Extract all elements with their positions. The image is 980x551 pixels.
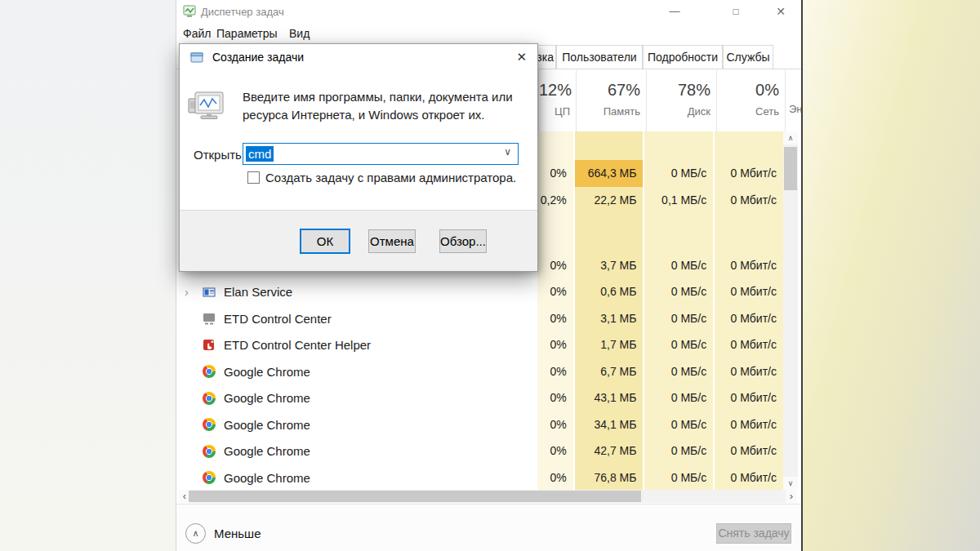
process-name: ETD Control Center Helper	[224, 338, 371, 352]
dialog-title-bar: Создание задачи ✕	[180, 44, 537, 70]
process-name-cell: Google Chrome	[176, 438, 537, 464]
process-name: Google Chrome	[224, 418, 310, 432]
fewer-details-toggle[interactable]: ∧ Меньше	[185, 523, 261, 544]
end-task-button[interactable]: Снять задачу	[716, 523, 791, 544]
cell-net: 0 Мбит/с	[715, 384, 783, 411]
cell-net: 0 Мбит/с	[715, 411, 783, 438]
cell-cpu	[537, 131, 575, 160]
dialog-description: Введите имя программы, папки, документа …	[243, 88, 524, 124]
horizontal-scrollbar[interactable]: ‹ ›	[179, 490, 797, 503]
vertical-scrollbar[interactable]: ∧ ∨	[783, 131, 798, 490]
scroll-right-arrow-icon[interactable]: ›	[786, 490, 797, 503]
cpu-label: ЦП	[539, 105, 570, 118]
process-name-cell: ETD Control Center Helper	[176, 331, 537, 358]
table-row[interactable]: Google Chrome0%43,1 МБ0 МБ/с0 Мбит/с	[176, 384, 783, 411]
open-combobox[interactable]: cmd ∨	[243, 143, 519, 165]
title-bar: Диспетчер задач — □ ✕	[176, 0, 801, 23]
cell-cpu: 0%	[537, 358, 575, 384]
cell-mem: 664,3 МБ	[575, 160, 645, 187]
cell-net	[715, 131, 783, 160]
cell-cpu: 0%	[537, 305, 575, 331]
column-header-disk[interactable]: 78% Диск	[646, 70, 716, 131]
network-total-percent: 0%	[717, 81, 779, 100]
cell-disk	[644, 131, 715, 160]
minimize-button[interactable]: —	[664, 2, 685, 21]
process-name: Elan Service	[224, 285, 292, 299]
column-header-energy-clipped[interactable]: Эн	[785, 70, 801, 131]
elan-service-icon	[203, 286, 216, 299]
ok-button[interactable]: ОК	[300, 229, 350, 254]
run-program-monitor-icon	[187, 91, 226, 127]
maximize-button[interactable]: □	[725, 2, 746, 21]
open-field-value-selected[interactable]: cmd	[246, 146, 274, 162]
cell-mem	[575, 131, 645, 160]
open-field-label: Открыть:	[194, 148, 245, 162]
column-header-network[interactable]: 0% Сеть	[716, 70, 785, 131]
window-title: Диспетчер задач	[201, 6, 284, 18]
combo-chevron-down-icon[interactable]: ∨	[504, 146, 511, 158]
network-label: Сеть	[717, 105, 779, 118]
cell-net: 0 Мбит/с	[715, 252, 783, 278]
cell-cpu: 0,2%	[537, 187, 575, 214]
expand-chevron-icon[interactable]: ›	[185, 286, 198, 298]
memory-total-percent: 67%	[577, 81, 640, 100]
menu-view[interactable]: Вид	[289, 27, 310, 40]
vertical-scrollbar-thumb[interactable]	[784, 147, 797, 190]
scroll-down-arrow-icon[interactable]: ∨	[783, 477, 798, 490]
cell-net: 0 Мбит/с	[715, 438, 783, 464]
tab-users[interactable]: Пользователи	[556, 45, 643, 69]
cell-mem: 34,1 МБ	[575, 411, 645, 438]
cell-disk	[644, 214, 715, 252]
background-right	[802, 0, 980, 551]
tab-details[interactable]: Подробности	[643, 45, 723, 69]
process-name: Google Chrome	[224, 391, 310, 405]
chrome-icon	[203, 392, 216, 405]
cell-net: 0 Мбит/с	[715, 160, 783, 187]
tab-services[interactable]: Службы	[723, 45, 773, 69]
table-row[interactable]: Google Chrome0%42,7 МБ0 МБ/с0 Мбит/с	[176, 438, 783, 464]
column-header-memory[interactable]: 67% Память	[576, 70, 646, 131]
table-row[interactable]: Google Chrome0%34,1 МБ0 МБ/с0 Мбит/с	[176, 411, 783, 438]
chrome-icon	[203, 418, 216, 431]
cell-mem: 3,1 МБ	[575, 305, 645, 331]
cell-mem: 6,7 МБ	[575, 358, 645, 384]
cell-net	[715, 214, 783, 252]
table-row[interactable]: ETD Control Center0%3,1 МБ0 МБ/с0 Мбит/с	[176, 305, 783, 331]
menu-bar: Файл Параметры Вид	[176, 23, 801, 44]
process-name: ETD Control Center	[224, 312, 332, 326]
screenshot-stage: Диспетчер задач — □ ✕ Файл Параметры Вид…	[0, 0, 980, 551]
chrome-icon	[203, 471, 216, 484]
app-window-icon	[190, 51, 204, 64]
cell-cpu: 0%	[537, 464, 575, 490]
admin-rights-label: Создать задачу с правами администратора.	[265, 171, 516, 184]
process-name: Google Chrome	[224, 444, 310, 458]
cell-disk: 0 МБ/с	[644, 252, 715, 278]
cell-mem: 22,2 МБ	[575, 187, 645, 214]
cell-disk: 0 МБ/с	[644, 160, 715, 187]
browse-button[interactable]: Обзор...	[439, 229, 487, 253]
scroll-up-arrow-icon[interactable]: ∧	[783, 131, 798, 144]
table-row[interactable]: Google Chrome0%6,7 МБ0 МБ/с0 Мбит/с	[176, 358, 783, 384]
table-row[interactable]: ›Elan Service0%0,6 МБ0 МБ/с0 Мбит/с	[176, 278, 783, 305]
touch-helper-icon	[203, 339, 216, 352]
dialog-close-icon[interactable]: ✕	[516, 50, 527, 64]
cancel-button[interactable]: Отмена	[368, 229, 416, 253]
process-name-cell: Google Chrome	[176, 464, 537, 490]
table-row[interactable]: Google Chrome0%76,8 МБ0 МБ/с0 Мбит/с	[176, 464, 783, 490]
table-row[interactable]: ETD Control Center Helper0%1,7 МБ0 МБ/с0…	[176, 331, 783, 358]
cell-cpu: 0%	[537, 160, 575, 187]
cell-net: 0 Мбит/с	[715, 464, 783, 490]
cell-cpu: 0%	[537, 384, 575, 411]
column-header-cpu[interactable]: 12% ЦП	[538, 70, 576, 131]
cell-disk: 0 МБ/с	[644, 358, 715, 384]
cell-net: 0 Мбит/с	[715, 305, 783, 331]
menu-options[interactable]: Параметры	[216, 27, 278, 40]
horizontal-scrollbar-thumb[interactable]	[189, 491, 641, 502]
cell-net: 0 Мбит/с	[715, 187, 783, 214]
menu-file[interactable]: Файл	[183, 27, 211, 40]
create-task-dialog: Создание задачи ✕ Введите имя программы,…	[179, 43, 538, 272]
close-button[interactable]: ✕	[770, 2, 791, 21]
cell-net: 0 Мбит/с	[715, 358, 783, 384]
memory-label: Память	[577, 105, 640, 118]
admin-rights-checkbox[interactable]	[247, 171, 260, 184]
